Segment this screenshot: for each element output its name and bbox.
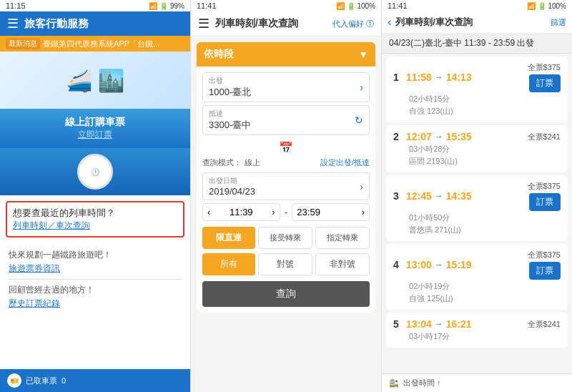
card-title: 依時段 ▼ bbox=[197, 42, 375, 67]
result-3-depart: 12:45 bbox=[406, 190, 432, 202]
transfer-btn-row: 限直達 接受轉乘 指定轉乘 bbox=[202, 227, 370, 249]
arrow-icon-1: → bbox=[435, 72, 443, 82]
result-4-book-button[interactable]: 訂票 bbox=[529, 262, 561, 280]
battery-icon-1: 🔋 99% bbox=[159, 2, 184, 10]
result-5-price-area: 全票$241 bbox=[528, 319, 561, 330]
result-2-price-area: 全票$241 bbox=[528, 132, 561, 142]
depart-field[interactable]: 出發 1000-臺北 › bbox=[202, 72, 370, 102]
news-bar: 最新消息 臺鐵第四代票務系統APP「台鐵... bbox=[0, 36, 190, 52]
menu-icon-1[interactable]: ☰ bbox=[7, 16, 19, 31]
end-time-arrow[interactable]: › bbox=[362, 207, 365, 217]
result-5-arrive: 16:21 bbox=[446, 318, 472, 330]
news-text: 臺鐵第四代票務系統APP「台鐵... bbox=[43, 39, 159, 49]
nonreserved-button[interactable]: 非對號 bbox=[315, 253, 370, 275]
search-card: 依時段 ▼ 出發 1000-臺北 › 抵達 3300-臺中 ↻ bbox=[197, 42, 375, 313]
result-2-train: 區間 2193(山) bbox=[409, 156, 561, 167]
preference-button[interactable]: 代入偏好 ① bbox=[332, 19, 374, 29]
footer-bar-3: 🚉 出發時間 ↑ bbox=[382, 373, 572, 392]
result-5-depart: 13:04 bbox=[406, 318, 432, 330]
result-item-4: 4 13:00 → 15:19 全票$375 訂票 02小時19分 自強 125… bbox=[386, 244, 568, 310]
train-banner: 🚄 🏙️ bbox=[0, 52, 190, 109]
result-5-num: 5 bbox=[393, 318, 406, 330]
train-icon: 🚄 🏙️ bbox=[66, 68, 124, 93]
set-route-link[interactable]: 設定出發/抵達 bbox=[320, 157, 370, 168]
mode-value: 線上 bbox=[245, 157, 260, 168]
start-time-arrow-right[interactable]: › bbox=[272, 207, 275, 217]
menu-icon-2[interactable]: ☰ bbox=[198, 16, 209, 31]
date-value: 2019/04/23 bbox=[209, 186, 255, 197]
footer-count-1: 0 bbox=[61, 376, 66, 385]
time-row: ‹ 11:39 › - 23:59 › bbox=[202, 203, 370, 221]
date-arrow-icon: › bbox=[360, 181, 363, 192]
battery-icon-3: 🔋 100% bbox=[538, 2, 566, 10]
start-time-value: 11:39 bbox=[230, 207, 253, 217]
result-item-1: 1 11:58 → 14:13 全票$375 訂票 02小時15分 自強 123… bbox=[386, 57, 568, 122]
expand-icon[interactable]: ▼ bbox=[358, 49, 368, 60]
result-3-book-button[interactable]: 訂票 bbox=[529, 193, 561, 211]
accept-transfer-button[interactable]: 接受轉乘 bbox=[258, 227, 312, 249]
app-title-1: 旅客行動服務 bbox=[24, 17, 89, 31]
arrow-icon-3: → bbox=[435, 191, 443, 201]
result-3-times: 12:45 → 14:35 bbox=[406, 190, 528, 202]
signal-icon-2: 📶 bbox=[336, 2, 345, 10]
arrive-field[interactable]: 抵達 3300-臺中 ↻ bbox=[202, 105, 370, 135]
result-1-header: 1 11:58 → 14:13 全票$375 訂票 bbox=[393, 62, 561, 92]
panel2-title: 列車時刻/車次查詢 bbox=[215, 17, 298, 30]
end-time-box[interactable]: 23:59 › bbox=[292, 203, 370, 221]
result-4-train: 自強 125(山) bbox=[409, 293, 561, 304]
news-label: 最新消息 bbox=[6, 38, 40, 49]
timetable-query-link[interactable]: 列車時刻／車次查詢 bbox=[13, 220, 177, 232]
specify-transfer-button[interactable]: 指定轉乘 bbox=[315, 227, 370, 249]
card-body: 出發 1000-臺北 › 抵達 3300-臺中 ↻ 📅 查詢模式： 線上 bbox=[197, 67, 375, 313]
mode-label: 查詢模式： bbox=[202, 157, 242, 168]
reserved-button[interactable]: 對號 bbox=[258, 253, 312, 275]
result-1-price: 全票$375 bbox=[528, 62, 561, 73]
signal-icon-3: 📶 bbox=[527, 2, 536, 10]
query-question: 想要查最近的列車時間？ bbox=[13, 207, 177, 220]
result-2-duration: 03小時28分 bbox=[409, 144, 561, 155]
divider-1 bbox=[9, 279, 182, 280]
result-4-price: 全票$375 bbox=[528, 250, 561, 260]
result-4-num: 4 bbox=[393, 259, 406, 270]
status-icons-3: 📶 🔋 100% bbox=[527, 2, 566, 10]
panel3-title: 列車時刻/車次查詢 bbox=[395, 16, 473, 29]
result-item-2: 2 12:07 → 15:35 全票$241 03小時28分 區間 2193(山… bbox=[386, 125, 568, 172]
result-2-num: 2 bbox=[393, 131, 406, 142]
clock-icon: 🕐 bbox=[77, 154, 113, 190]
start-time-box[interactable]: ‹ 11:39 › bbox=[202, 203, 280, 221]
time-1: 11:15 bbox=[6, 1, 26, 10]
arrive-value: 3300-臺中 bbox=[209, 119, 251, 132]
status-bar-3: 11:41 📶 🔋 100% bbox=[382, 0, 572, 11]
result-1-book-button[interactable]: 訂票 bbox=[529, 74, 561, 92]
battery-icon-2: 🔋 100% bbox=[347, 2, 375, 10]
result-2-depart: 12:07 bbox=[406, 131, 432, 142]
time-3: 11:41 bbox=[388, 1, 408, 10]
mode-row: 查詢模式： 線上 設定出發/抵達 bbox=[202, 157, 370, 168]
status-bar-1: 11:15 📶 🔋 99% bbox=[0, 0, 190, 11]
start-time-arrow-left[interactable]: ‹ bbox=[207, 207, 210, 217]
results-list: 1 11:58 → 14:13 全票$375 訂票 02小時15分 自強 123… bbox=[382, 54, 572, 373]
result-3-price-area: 全票$375 訂票 bbox=[528, 181, 561, 211]
result-5-duration: 03小時17分 bbox=[409, 331, 561, 342]
depart-sort-icon: 🚉 bbox=[389, 378, 399, 388]
result-4-duration: 02小時19分 bbox=[409, 281, 561, 292]
all-trains-button[interactable]: 所有 bbox=[202, 253, 255, 275]
refresh-icon[interactable]: ↻ bbox=[355, 114, 363, 126]
ticket-icon: 🎫 bbox=[7, 373, 21, 388]
footer-sort-label[interactable]: 出發時間 ↑ bbox=[403, 378, 441, 388]
back-button[interactable]: ‹ bbox=[388, 16, 391, 29]
search-button[interactable]: 查詢 bbox=[202, 281, 370, 307]
filter-button[interactable]: 篩選 bbox=[551, 17, 566, 28]
result-3-arrive: 14:35 bbox=[446, 190, 472, 202]
arrive-label: 抵達 bbox=[209, 109, 251, 119]
direct-only-button[interactable]: 限直達 bbox=[202, 227, 255, 249]
travel-info-link[interactable]: 旅遊票券資訊 bbox=[9, 263, 182, 275]
result-2-header: 2 12:07 → 15:35 全票$241 bbox=[393, 131, 561, 142]
history-link[interactable]: 歷史訂票紀錄 bbox=[9, 298, 182, 310]
signal-icon-1: 📶 bbox=[149, 2, 157, 10]
date-field[interactable]: 出發日期 2019/04/23 › bbox=[202, 172, 370, 200]
book-now-link[interactable]: 立即訂票 bbox=[7, 129, 183, 141]
time-2: 11:41 bbox=[197, 1, 217, 10]
footer-bar-1: 🎫 已取車票 0 bbox=[0, 369, 190, 392]
arrow-icon-5: → bbox=[435, 319, 443, 329]
